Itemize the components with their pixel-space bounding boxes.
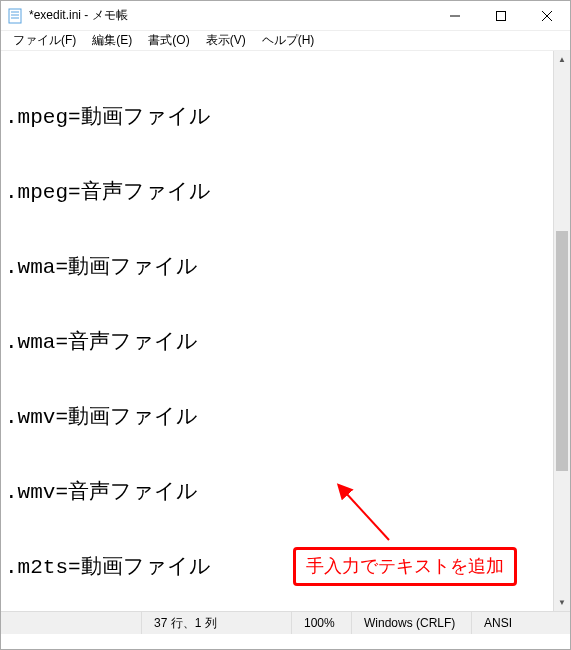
svg-rect-0 [9,9,21,23]
status-zoom: 100% [291,612,351,634]
window-title: *exedit.ini - メモ帳 [29,7,432,24]
menubar: ファイル(F) 編集(E) 書式(O) 表示(V) ヘルプ(H) [1,31,570,51]
status-encoding: ANSI [471,612,570,634]
notepad-icon [7,8,23,24]
text-line: .mpeg=動画ファイル [5,105,549,130]
menu-view[interactable]: 表示(V) [198,32,254,49]
text-line: .mpeg=音声ファイル [5,180,549,205]
menu-edit[interactable]: 編集(E) [84,32,140,49]
status-spacer [1,612,141,634]
menu-format[interactable]: 書式(O) [140,32,197,49]
text-line: .wmv=音声ファイル [5,480,549,505]
statusbar: 37 行、1 列 100% Windows (CRLF) ANSI [1,611,570,634]
editor-area: .mpeg=動画ファイル .mpeg=音声ファイル .wma=動画ファイル .w… [1,51,570,611]
annotation-callout: 手入力でテキストを追加 [293,547,517,586]
close-button[interactable] [524,1,570,30]
minimize-button[interactable] [432,1,478,30]
text-line: .wmv=動画ファイル [5,405,549,430]
svg-rect-5 [497,11,506,20]
maximize-button[interactable] [478,1,524,30]
text-line: .wma=音声ファイル [5,330,549,355]
status-lineending: Windows (CRLF) [351,612,471,634]
menu-file[interactable]: ファイル(F) [5,32,84,49]
text-editor[interactable]: .mpeg=動画ファイル .mpeg=音声ファイル .wma=動画ファイル .w… [1,51,553,611]
scroll-thumb[interactable] [556,231,568,471]
window-controls [432,1,570,30]
menu-help[interactable]: ヘルプ(H) [254,32,323,49]
titlebar: *exedit.ini - メモ帳 [1,1,570,31]
scroll-up-icon[interactable]: ▲ [554,51,570,68]
vertical-scrollbar[interactable]: ▲ ▼ [553,51,570,611]
text-line: .wma=動画ファイル [5,255,549,280]
status-position: 37 行、1 列 [141,612,291,634]
scroll-down-icon[interactable]: ▼ [554,594,570,611]
